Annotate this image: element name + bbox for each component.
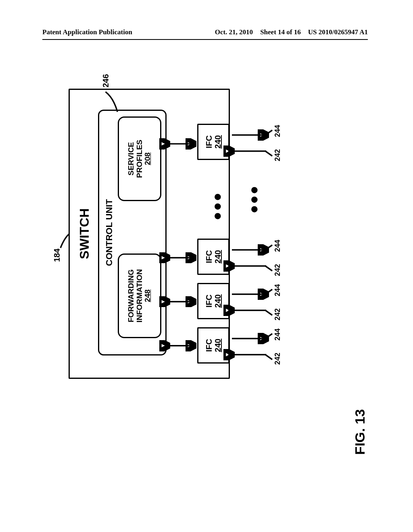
diagram: 184 SWITCH CONTROL UNIT FORWARDING INFOR…	[48, 73, 363, 407]
diagram-wrapper: 184 SWITCH CONTROL UNIT FORWARDING INFOR…	[48, 73, 363, 407]
ellipsis-icon: ●●●	[250, 185, 257, 214]
io-out-ref: 244	[273, 284, 282, 296]
io-in-ref: 242	[273, 149, 282, 161]
header-sheet: Sheet 14 of 16	[260, 28, 301, 40]
io-out-ref: 244	[273, 328, 282, 341]
external-lines	[48, 73, 363, 407]
io-in-ref: 242	[273, 353, 282, 365]
io-out-ref: 244	[273, 125, 282, 137]
header-left: Patent Application Publication	[42, 28, 132, 40]
header-pubno: US 2010/0265947 A1	[308, 28, 368, 40]
header-rule	[42, 39, 368, 40]
figure-label: FIG. 13	[352, 409, 368, 455]
io-out-ref: 244	[273, 240, 282, 252]
header-date: Oct. 21, 2010	[215, 28, 253, 40]
page-header: Patent Application Publication Oct. 21, …	[42, 28, 368, 40]
page: Patent Application Publication Oct. 21, …	[0, 0, 413, 532]
io-in-ref: 242	[273, 308, 282, 320]
io-in-ref: 242	[273, 264, 282, 276]
